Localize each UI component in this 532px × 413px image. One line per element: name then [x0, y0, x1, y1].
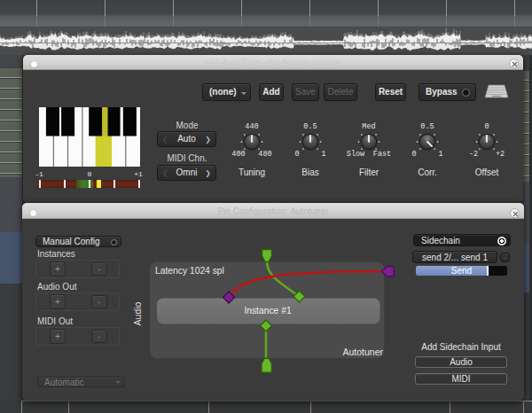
svg-text:Instance #1: Instance #1	[244, 306, 292, 316]
svg-text:Autotuner: Autotuner	[342, 347, 383, 357]
svg-text:Latency 1024 spl: Latency 1024 spl	[155, 266, 224, 276]
